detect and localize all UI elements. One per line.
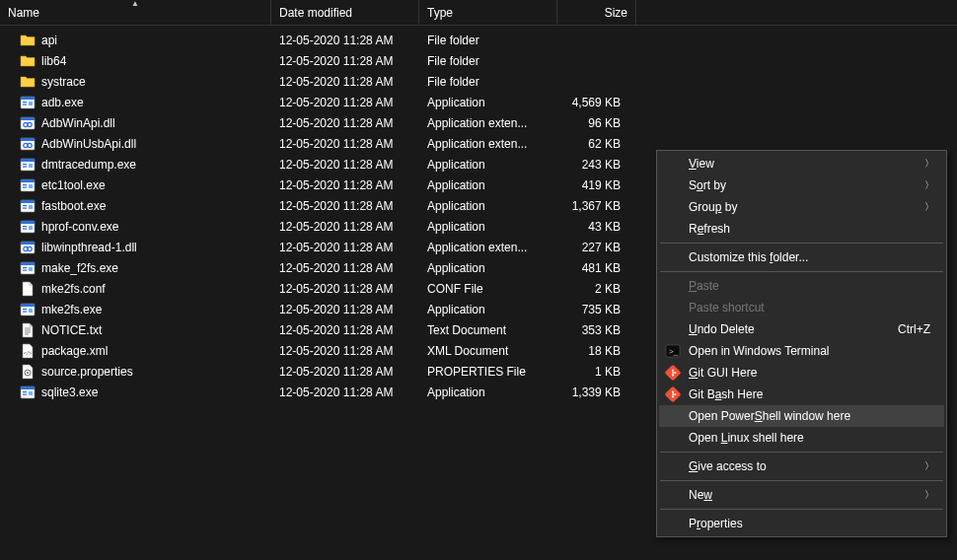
file-type: XML Document [419,342,557,360]
column-header-name[interactable]: Name ▲ [0,0,271,25]
menu-item-label: Paste [689,279,719,293]
file-type: PROPERTIES File [419,363,557,381]
menu-item-open-powershell-window-here[interactable]: Open PowerShell window here [659,405,944,427]
file-name: mke2fs.exe [41,303,102,316]
menu-item-label: Give access to [689,459,767,473]
menu-item-paste-shortcut: Paste shortcut [659,297,944,318]
submenu-arrow-icon: 〉 [924,178,934,192]
xml-icon [20,343,36,359]
file-date: 12-05-2020 11:28 AM [271,114,419,132]
file-row[interactable]: lib6412-05-2020 11:28 AMFile folder [0,50,957,71]
menu-item-view[interactable]: View〉 [659,153,944,175]
file-size: 419 KB [557,176,636,194]
file-name: NOTICE.txt [41,323,102,337]
menu-item-label: Refresh [689,222,730,236]
menu-item-label: Group by [689,200,737,214]
column-label: Size [605,6,627,20]
menu-separator [660,509,943,510]
file-size: 96 KB [557,114,636,132]
file-date: 12-05-2020 11:28 AM [271,259,419,277]
menu-separator [660,452,943,453]
column-header-date[interactable]: Date modified [271,0,419,25]
menu-item-label: Open in Windows Terminal [689,344,830,358]
git-icon [665,365,681,381]
file-row[interactable]: systrace12-05-2020 11:28 AMFile folder [0,71,957,92]
column-header-size[interactable]: Size [557,0,636,25]
menu-item-sort-by[interactable]: Sort by〉 [659,175,944,196]
exe-icon [20,95,36,110]
menu-separator [660,480,943,481]
exe-icon [20,385,36,400]
column-label: Name [8,6,39,20]
submenu-arrow-icon: 〉 [924,200,934,214]
git-icon [665,386,681,402]
context-menu: View〉Sort by〉Group by〉RefreshCustomize t… [656,150,947,537]
file-name: etc1tool.exe [41,178,106,192]
file-name: source.properties [41,365,133,379]
file-date: 12-05-2020 11:28 AM [271,342,419,360]
dll-icon [20,115,36,131]
file-row[interactable]: api12-05-2020 11:28 AMFile folder [0,30,957,50]
menu-item-label: Git GUI Here [689,366,757,380]
menu-item-git-bash-here[interactable]: Git Bash Here [659,384,944,405]
file-type: Application [419,218,557,236]
file-name: adb.exe [41,96,84,109]
file-name: AdbWinUsbApi.dll [41,137,136,151]
file-date: 12-05-2020 11:28 AM [271,363,419,381]
file-date: 12-05-2020 11:28 AM [271,32,419,49]
file-type: Application [419,259,557,277]
menu-separator [660,271,943,272]
terminal-icon [665,343,681,359]
menu-item-open-in-windows-terminal[interactable]: Open in Windows Terminal [659,340,944,362]
menu-item-group-by[interactable]: Group by〉 [659,196,944,218]
file-name: package.xml [41,344,108,358]
column-label: Date modified [279,6,352,20]
file-date: 12-05-2020 11:28 AM [271,384,419,401]
menu-item-git-gui-here[interactable]: Git GUI Here [659,362,944,384]
file-size: 62 KB [557,135,636,153]
file-name: make_f2fs.exe [41,261,118,275]
menu-item-give-access-to[interactable]: Give access to〉 [659,455,944,477]
menu-item-label: Git Bash Here [689,387,763,401]
file-date: 12-05-2020 11:28 AM [271,176,419,194]
exe-icon [20,302,36,317]
exe-icon [20,177,36,193]
exe-icon [20,260,36,276]
file-date: 12-05-2020 11:28 AM [271,239,419,256]
file-size: 227 KB [557,239,636,256]
menu-item-label: Customize this folder... [689,250,808,264]
file-row[interactable]: AdbWinApi.dll12-05-2020 11:28 AMApplicat… [0,112,957,133]
file-type: CONF File [419,280,557,298]
exe-icon [20,157,36,173]
file-type: Application [419,156,557,174]
column-header-type[interactable]: Type [419,0,557,25]
file-size: 1 KB [557,363,636,381]
file-name: libwinpthread-1.dll [41,241,137,254]
file-name: mke2fs.conf [41,282,106,296]
file-name: hprof-conv.exe [41,220,119,234]
menu-separator [660,243,943,244]
file-size: 481 KB [557,259,636,277]
file-size: 735 KB [557,301,636,318]
menu-item-label: New [689,488,712,502]
file-date: 12-05-2020 11:28 AM [271,280,419,298]
file-date: 12-05-2020 11:28 AM [271,73,419,91]
menu-item-properties[interactable]: Properties [659,513,944,534]
conf-icon [20,281,36,297]
menu-item-refresh[interactable]: Refresh [659,218,944,240]
txt-icon [20,322,36,338]
dll-icon [20,136,36,152]
menu-item-customize-this-folder[interactable]: Customize this folder... [659,246,944,268]
file-row[interactable]: adb.exe12-05-2020 11:28 AMApplication4,5… [0,92,957,112]
menu-item-new[interactable]: New〉 [659,484,944,506]
menu-item-label: Open Linux shell here [689,431,804,445]
menu-item-undo-delete[interactable]: Undo DeleteCtrl+Z [659,318,944,340]
file-size [557,59,636,63]
file-name: dmtracedump.exe [41,158,136,172]
menu-item-open-linux-shell-here[interactable]: Open Linux shell here [659,427,944,449]
file-date: 12-05-2020 11:28 AM [271,156,419,174]
file-type: File folder [419,32,557,49]
file-name: systrace [41,75,86,89]
file-type: Text Document [419,321,557,339]
file-type: File folder [419,73,557,91]
